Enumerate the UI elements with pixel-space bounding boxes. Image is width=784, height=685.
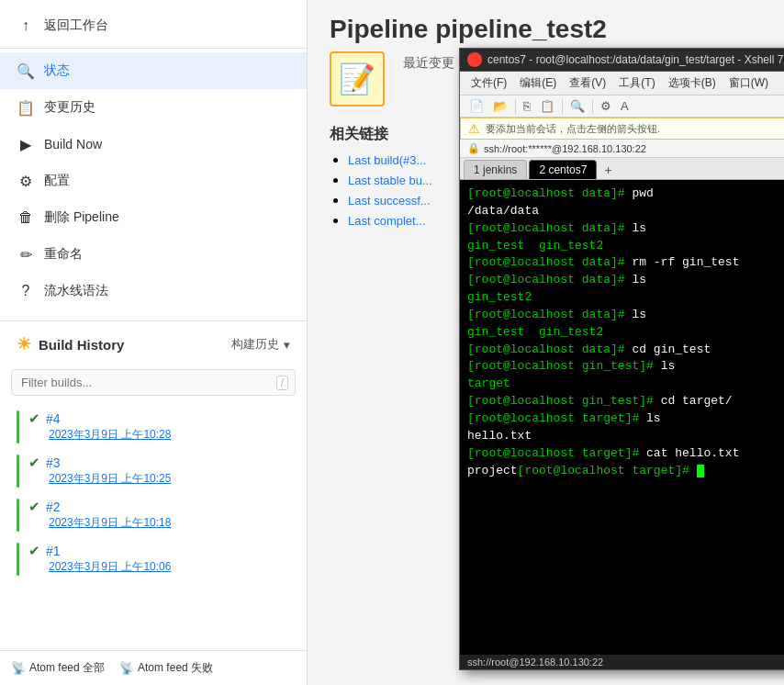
toolbar-open[interactable]: 📂 (489, 98, 511, 114)
terminal-statusbar: ssh://root@192.168.10.130:22 (460, 655, 784, 669)
link-last-stable[interactable]: Last stable bu... (348, 174, 432, 187)
terminal-title: centos7 - root@localhost:/data/data/gin_… (487, 53, 784, 66)
link-last-complete[interactable]: Last complet... (348, 214, 426, 228)
build-num-label-3: #3 (46, 455, 61, 470)
ssh-icon: 🔒 (467, 142, 480, 154)
check-icon-3: ✔ (28, 455, 40, 471)
menu-view[interactable]: 查看(V) (564, 73, 611, 93)
divider-2 (0, 320, 307, 321)
feed-fail-icon: 📡 (119, 661, 134, 675)
terminal-window: centos7 - root@localhost:/data/data/gin_… (459, 48, 784, 670)
feed-all-icon: 📡 (11, 661, 26, 675)
feed-bar: 📡 Atom feed 全部 📡 Atom feed 失败 (0, 650, 307, 685)
sidebar-item-build-now[interactable]: ▶ Build Now (0, 126, 307, 163)
terminal-titlebar: centos7 - root@localhost:/data/data/gin_… (460, 49, 784, 72)
toolbar-sep-3 (592, 99, 593, 114)
sidebar-history-label: 变更历史 (44, 99, 95, 116)
edit-icon: ✏ (17, 245, 35, 264)
terminal-line: gin_test2 (467, 289, 784, 307)
search-icon: 🔍 (17, 62, 35, 80)
sidebar-item-rename[interactable]: ✏ 重命名 (0, 236, 307, 273)
sidebar-item-delete[interactable]: 🗑 删除 Pipeline (0, 199, 307, 236)
filter-builds-input[interactable] (11, 369, 296, 396)
gear-icon: ⚙ (17, 172, 35, 190)
terminal-line: [root@localhost data]# rm -rf gin_test (467, 254, 784, 272)
sidebar-item-status[interactable]: 🔍 状态 (0, 52, 307, 89)
filter-shortcut: / (276, 376, 288, 390)
build-date-3[interactable]: 2023年3月9日 上午10:25 (49, 471, 171, 487)
feed-fail-link[interactable]: 📡 Atom feed 失败 (119, 660, 213, 676)
tab-jenkins-label: 1 jenkins (474, 163, 517, 176)
terminal-line: [root@localhost target]# cat hello.txt (467, 445, 784, 463)
menu-file[interactable]: 文件(F) (465, 73, 512, 93)
menu-tabs[interactable]: 选项卡(B) (663, 73, 722, 93)
toolbar-new[interactable]: 📄 (465, 98, 487, 114)
sidebar-item-history[interactable]: 📋 变更历史 (0, 89, 307, 126)
terminal-line: [root@localhost target]# ls (467, 410, 784, 428)
divider-1 (0, 48, 307, 49)
xshell-menubar: 文件(F) 编辑(E) 查看(V) 工具(T) 选项卡(B) 窗口(W) (460, 72, 784, 95)
link-last-success[interactable]: Last successf... (348, 194, 431, 208)
sidebar-item-back[interactable]: ↑ 返回工作台 (0, 7, 307, 44)
terminal-body[interactable]: [root@localhost data]# pwd /data/data [r… (460, 180, 784, 655)
tab-centos7[interactable]: 2 centos7 (529, 160, 597, 179)
cursor (697, 465, 704, 477)
terminal-line: /data/data (467, 203, 784, 220)
question-icon: ? (17, 282, 35, 300)
build-date-1[interactable]: 2023年3月9日 上午10:06 (49, 559, 171, 575)
filter-wrap: / (0, 364, 307, 401)
build-item-3[interactable]: ✔ #3 2023年3月9日 上午10:25 (0, 449, 307, 493)
sidebar-back-label: 返回工作台 (44, 17, 108, 34)
build-history-title: ☀ Build History (17, 334, 124, 354)
toolbar-sep-1 (515, 99, 516, 114)
terminal-line: hello.txt (467, 428, 784, 445)
sidebar-item-config[interactable]: ⚙ 配置 (0, 163, 307, 199)
build-list: ✔ #4 2023年3月9日 上午10:28 ✔ #3 2023年3月9日 上午… (0, 401, 307, 650)
menu-window[interactable]: 窗口(W) (723, 73, 774, 93)
check-icon-4: ✔ (28, 410, 40, 427)
sidebar-build-now-label: Build Now (44, 137, 102, 152)
sidebar-item-syntax[interactable]: ? 流水线语法 (0, 273, 307, 309)
recent-changes-label: 最近变更 (403, 51, 454, 72)
terminal-line: project[root@localhost target]# (467, 463, 784, 480)
sidebar: ↑ 返回工作台 🔍 状态 📋 变更历史 ▶ Build Now ⚙ 配置 🗑 删… (0, 0, 308, 685)
toolbar-search[interactable]: 🔍 (566, 98, 588, 114)
build-history-right[interactable]: 构建历史 ▾ (231, 336, 290, 353)
statusbar-text: ssh://root@192.168.10.130:22 (467, 657, 603, 668)
trash-icon: 🗑 (17, 208, 35, 227)
notepad-icon: 📝 (330, 51, 385, 107)
chevron-down-icon: ▾ (284, 338, 290, 352)
build-history-header: ☀ Build History 构建历史 ▾ (0, 325, 307, 364)
menu-edit[interactable]: 编辑(E) (514, 73, 562, 93)
add-tab-button[interactable]: + (599, 161, 617, 179)
toolbar-copy[interactable]: ⎘ (520, 98, 534, 114)
menu-tools[interactable]: 工具(T) (613, 73, 660, 93)
feed-all-label: Atom feed 全部 (29, 660, 105, 676)
build-item-2[interactable]: ✔ #2 2023年3月9日 上午10:18 (0, 493, 307, 537)
tab-centos7-label: 2 centos7 (539, 163, 587, 176)
feed-fail-label: Atom feed 失败 (138, 660, 213, 676)
build-item-1[interactable]: ✔ #1 2023年3月9日 上午10:06 (0, 537, 307, 581)
tab-jenkins[interactable]: 1 jenkins (464, 160, 527, 179)
toolbar-font[interactable]: A (617, 98, 633, 114)
terminal-line: [root@localhost data]# ls (467, 220, 784, 238)
build-date-2[interactable]: 2023年3月9日 上午10:18 (49, 515, 171, 531)
feed-all-link[interactable]: 📡 Atom feed 全部 (11, 660, 105, 676)
terminal-line: gin_test gin_test2 (467, 238, 784, 255)
toolbar-paste[interactable]: 📋 (536, 98, 558, 114)
sidebar-delete-label: 删除 Pipeline (44, 209, 119, 226)
sidebar-status-label: 状态 (44, 62, 70, 79)
sidebar-rename-label: 重命名 (44, 246, 83, 263)
play-icon: ▶ (17, 135, 35, 153)
terminal-line: [root@localhost data]# ls (467, 307, 784, 324)
build-num-label-4: #4 (46, 411, 61, 426)
sidebar-nav: ↑ 返回工作台 🔍 状态 📋 变更历史 ▶ Build Now ⚙ 配置 🗑 删… (0, 0, 307, 317)
link-last-build[interactable]: Last build(#3... (348, 153, 426, 167)
toolbar-settings[interactable]: ⚙ (597, 98, 615, 114)
terminal-line: [root@localhost data]# pwd (467, 185, 784, 203)
build-bar-1 (17, 543, 19, 576)
build-item-4[interactable]: ✔ #4 2023年3月9日 上午10:28 (0, 405, 307, 449)
sidebar-config-label: 配置 (44, 173, 70, 189)
build-date-4[interactable]: 2023年3月9日 上午10:28 (49, 427, 171, 443)
terminal-line: [root@localhost data]# cd gin_test (467, 342, 784, 359)
